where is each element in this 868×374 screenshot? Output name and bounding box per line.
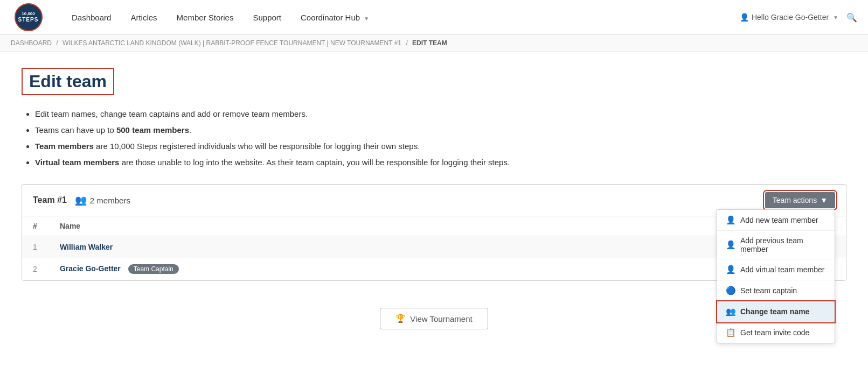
user-dropdown-arrow: ▼	[833, 15, 838, 20]
team-members-icon: 👥	[75, 194, 87, 206]
navbar: 10,000 STEPS Dashboard Articles Member S…	[0, 0, 868, 35]
page-title: Edit team	[22, 68, 114, 95]
team-name: Team #1	[33, 195, 67, 205]
set-captain-icon: 🔵	[726, 286, 736, 295]
add-previous-member-label: Add previous team member	[740, 236, 826, 253]
team-actions-dropdown: Team actions ▼ 👤 Add new team member 👤 A…	[765, 192, 835, 208]
nav-member-stories[interactable]: Member Stories	[167, 1, 244, 34]
dropdown-add-previous-member[interactable]: 👤 Add previous team member	[717, 231, 835, 259]
breadcrumb-current: EDIT TEAM	[412, 39, 447, 47]
breadcrumb-sep-2: /	[406, 39, 407, 47]
dropdown-invite-code[interactable]: 📋 Get team invite code	[717, 322, 835, 343]
team-card: Team #1 👥 2 members Team actions ▼ 👤 Add…	[22, 184, 846, 281]
add-new-member-label: Add new team member	[740, 216, 818, 224]
team-actions-menu: 👤 Add new team member 👤 Add previous tea…	[717, 209, 835, 343]
search-icon[interactable]: 🔍	[846, 12, 857, 23]
info-item-3: Team members are 10,000 Steps registered…	[35, 138, 846, 154]
info-list: Edit team names, change team captains an…	[22, 106, 846, 171]
add-virtual-member-icon: 👤	[726, 265, 736, 274]
change-team-name-label: Change team name	[740, 307, 809, 316]
nav-links: Dashboard Articles Member Stories Suppor…	[62, 1, 740, 34]
view-tournament-label: View Tournament	[410, 314, 472, 323]
change-team-name-icon: 👥	[726, 307, 736, 316]
navbar-right: 👤 Hello Gracie Go-Getter ▼ 🔍	[740, 12, 857, 23]
main-content: Edit team Edit team names, change team c…	[0, 52, 868, 356]
member-2-name-text: Gracie Go-Getter	[60, 264, 121, 273]
team-header-left: Team #1 👥 2 members	[33, 194, 130, 206]
nav-support[interactable]: Support	[243, 1, 291, 34]
breadcrumb-sep-1: /	[56, 39, 58, 47]
user-greeting[interactable]: 👤 Hello Gracie Go-Getter ▼	[740, 13, 838, 22]
member-1-num: 1	[22, 236, 49, 258]
team-card-header: Team #1 👥 2 members Team actions ▼ 👤 Add…	[22, 185, 846, 216]
team-actions-label: Team actions	[773, 196, 817, 204]
info-item-2: Teams can have up to 500 team members.	[35, 122, 846, 138]
add-previous-member-icon: 👤	[726, 240, 736, 250]
add-virtual-member-label: Add virtual team member	[740, 265, 824, 274]
breadcrumb: DASHBOARD / WILKES ANTARCTIC LAND KINGDO…	[0, 35, 868, 52]
site-logo[interactable]: 10,000 STEPS	[11, 3, 46, 31]
dropdown-change-team-name[interactable]: 👥 Change team name	[717, 301, 835, 322]
captain-badge: Team Captain	[128, 264, 179, 274]
info-item-4: Virtual team members are those unable to…	[35, 154, 846, 171]
add-new-member-icon: 👤	[726, 215, 736, 225]
dropdown-add-virtual-member[interactable]: 👤 Add virtual team member	[717, 259, 835, 280]
member-2-num: 2	[22, 258, 49, 280]
member-1-name-text: William Walker	[60, 243, 113, 251]
team-actions-button[interactable]: Team actions ▼	[765, 192, 835, 208]
info-item-1: Edit team names, change team captains an…	[35, 106, 846, 122]
breadcrumb-tournament[interactable]: WILKES ANTARCTIC LAND KINGDOM (WALK) | R…	[63, 39, 401, 47]
nav-articles[interactable]: Articles	[121, 1, 166, 34]
invite-code-icon: 📋	[726, 328, 736, 337]
dropdown-set-captain[interactable]: 🔵 Set team captain	[717, 280, 835, 301]
dropdown-add-new-member[interactable]: 👤 Add new team member	[717, 210, 835, 231]
invite-code-label: Get team invite code	[740, 328, 809, 337]
trophy-icon: 🏆	[395, 314, 406, 323]
user-greeting-text: Hello Gracie Go-Getter	[752, 13, 829, 22]
user-icon: 👤	[740, 13, 749, 22]
coordinator-hub-dropdown-arrow: ▼	[364, 16, 369, 22]
breadcrumb-dashboard[interactable]: DASHBOARD	[11, 39, 52, 47]
team-member-count: 2 members	[90, 196, 130, 205]
team-actions-arrow: ▼	[820, 196, 828, 204]
view-tournament-button[interactable]: 🏆 View Tournament	[380, 308, 488, 329]
table-header-num: #	[22, 216, 49, 236]
nav-dashboard[interactable]: Dashboard	[62, 1, 121, 34]
nav-coordinator-hub[interactable]: Coordinator Hub ▼	[291, 1, 379, 34]
set-captain-label: Set team captain	[740, 286, 797, 295]
team-members-badge: 👥 2 members	[75, 194, 130, 206]
